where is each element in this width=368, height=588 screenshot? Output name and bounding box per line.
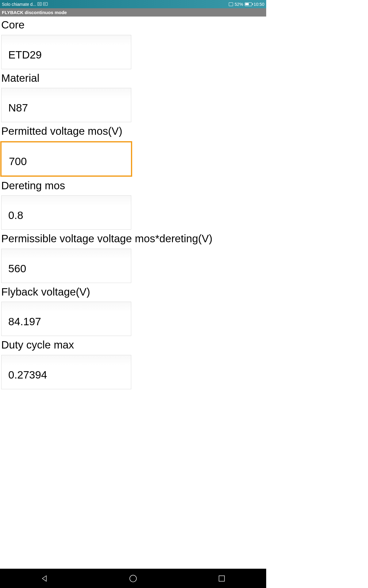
status-bar: Solo chiamate d... 52% 10:50 [0, 0, 266, 8]
label-permissible-voltage: Permissible voltage voltage mos*dereting… [1, 232, 265, 246]
svg-rect-3 [45, 4, 46, 4]
field-permitted-voltage: Permitted voltage mos(V) [1, 124, 265, 177]
label-duty-cycle: Duty cycle max [1, 338, 265, 352]
field-duty-cycle: Duty cycle max [1, 338, 265, 389]
label-flyback-voltage: Flyback voltage(V) [1, 285, 265, 299]
field-flyback-voltage: Flyback voltage(V) [1, 285, 265, 336]
field-material: Material [1, 71, 265, 123]
battery-icon [245, 2, 252, 6]
field-core: Core [1, 18, 265, 69]
status-right: 52% 10:50 [229, 2, 264, 7]
clock-text: 10:50 [254, 2, 264, 7]
carrier-text: Solo chiamate d... [2, 2, 36, 7]
notification-icon-2 [43, 2, 48, 7]
input-permissible-voltage[interactable] [1, 249, 131, 283]
field-dereting-mos: Dereting mos [1, 179, 265, 230]
label-permitted-voltage: Permitted voltage mos(V) [1, 124, 265, 138]
sim-icon [229, 2, 233, 6]
input-material[interactable] [1, 88, 131, 122]
label-core: Core [1, 18, 265, 32]
svg-rect-2 [44, 4, 45, 4]
status-left: Solo chiamate d... [2, 2, 48, 7]
label-material: Material [1, 71, 265, 85]
field-permissible-voltage: Permissible voltage voltage mos*dereting… [1, 232, 265, 283]
input-core[interactable] [1, 35, 131, 69]
input-duty-cycle[interactable] [1, 355, 131, 389]
input-permitted-voltage[interactable] [0, 141, 132, 177]
battery-percent: 52% [235, 2, 243, 7]
input-dereting-mos[interactable] [1, 195, 131, 230]
input-flyback-voltage[interactable] [1, 302, 131, 336]
label-dereting-mos: Dereting mos [1, 179, 265, 193]
app-title-bar: FLYBACK discontinuos mode [0, 8, 266, 17]
form-content: Core Material Permitted voltage mos(V) D… [0, 17, 266, 389]
app-title: FLYBACK discontinuos mode [2, 10, 67, 15]
notification-icon-1 [37, 2, 42, 7]
